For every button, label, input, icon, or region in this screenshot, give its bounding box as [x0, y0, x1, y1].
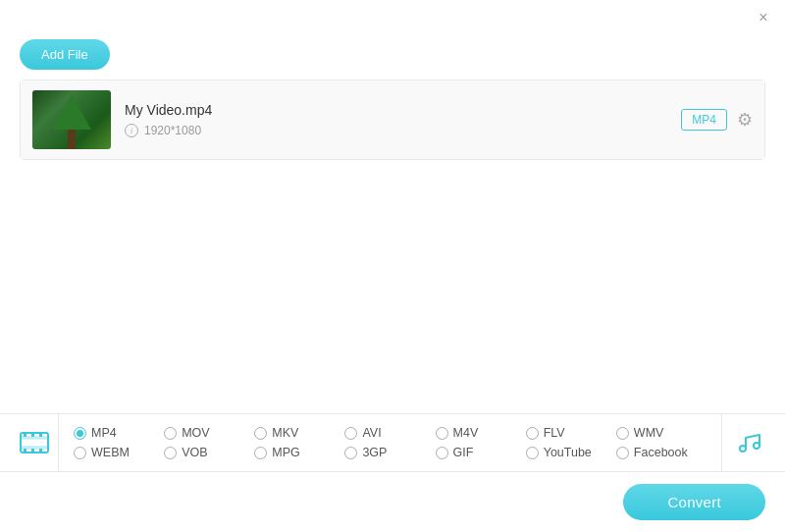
- radio-3gp: [344, 447, 357, 459]
- format-option-avi[interactable]: AVI: [344, 426, 435, 440]
- convert-bar: Convert: [0, 472, 785, 532]
- radio-mkv: [254, 427, 267, 440]
- title-bar: ×: [0, 0, 785, 35]
- add-file-button[interactable]: Add File: [20, 39, 110, 70]
- film-icon-area[interactable]: [10, 414, 59, 471]
- radio-vob: [164, 447, 177, 459]
- file-actions: MP4 ⚙: [681, 109, 753, 131]
- radio-mpg: [254, 447, 267, 459]
- music-icon: [735, 429, 762, 456]
- format-label-facebook: Facebook: [634, 446, 688, 459]
- file-info: My Video.mp4 i 1920*1080: [125, 102, 681, 137]
- format-option-vob[interactable]: VOB: [164, 446, 254, 459]
- format-label-webm: WEBM: [91, 446, 130, 459]
- radio-webm: [74, 447, 86, 459]
- format-label-mpg: MPG: [272, 446, 299, 459]
- video-thumbnail: [32, 90, 111, 149]
- format-badge[interactable]: MP4: [681, 109, 727, 131]
- format-label-mov: MOV: [182, 426, 209, 440]
- radio-facebook: [616, 447, 629, 459]
- format-option-wmv[interactable]: WMV: [616, 426, 706, 440]
- format-option-flv[interactable]: FLV: [526, 426, 616, 440]
- svg-point-10: [754, 443, 759, 449]
- format-label-m4v: M4V: [453, 426, 479, 440]
- file-resolution: 1920*1080: [144, 124, 201, 137]
- radio-m4v: [436, 427, 448, 440]
- svg-rect-6: [24, 449, 26, 452]
- format-label-gif: GIF: [453, 446, 474, 459]
- format-option-mov[interactable]: MOV: [164, 426, 254, 440]
- content-area: [0, 160, 785, 356]
- radio-mov: [164, 427, 177, 440]
- radio-flv: [526, 427, 539, 440]
- format-option-m4v[interactable]: M4V: [436, 426, 526, 440]
- svg-rect-2: [21, 447, 48, 449]
- svg-rect-7: [31, 449, 34, 452]
- svg-rect-3: [24, 433, 26, 437]
- format-options: MP4MOVMKVAVIM4VFLVWMVWEBMVOBMPG3GPGIFYou…: [59, 418, 721, 467]
- file-item: My Video.mp4 i 1920*1080 MP4 ⚙: [21, 80, 764, 159]
- bottom-bar: MP4MOVMKVAVIM4VFLVWMVWEBMVOBMPG3GPGIFYou…: [0, 413, 785, 532]
- format-option-gif[interactable]: GIF: [436, 446, 526, 459]
- svg-point-9: [740, 446, 746, 452]
- music-icon-area[interactable]: [721, 414, 775, 471]
- svg-rect-4: [31, 433, 34, 437]
- format-label-mkv: MKV: [272, 426, 298, 440]
- format-label-wmv: WMV: [634, 426, 664, 440]
- file-name: My Video.mp4: [125, 102, 681, 118]
- svg-rect-1: [21, 437, 48, 439]
- svg-rect-8: [39, 449, 42, 452]
- close-button[interactable]: ×: [754, 8, 773, 27]
- radio-youtube: [526, 447, 539, 459]
- info-icon: i: [125, 124, 138, 137]
- format-label-youtube: YouTube: [544, 446, 592, 459]
- film-icon: [19, 427, 50, 458]
- file-meta: i 1920*1080: [125, 124, 681, 137]
- format-label-mp4: MP4: [91, 426, 117, 440]
- radio-wmv: [616, 427, 629, 440]
- settings-icon[interactable]: ⚙: [737, 109, 753, 131]
- format-option-mp4[interactable]: MP4: [74, 426, 164, 440]
- format-label-avi: AVI: [362, 426, 381, 440]
- format-label-vob: VOB: [182, 446, 207, 459]
- radio-avi: [344, 427, 357, 440]
- svg-rect-5: [39, 433, 42, 437]
- format-option-facebook[interactable]: Facebook: [616, 446, 706, 459]
- format-label-3gp: 3GP: [362, 446, 387, 459]
- radio-gif: [436, 447, 448, 459]
- format-option-3gp[interactable]: 3GP: [344, 446, 435, 459]
- file-list: My Video.mp4 i 1920*1080 MP4 ⚙: [20, 80, 765, 160]
- format-option-mkv[interactable]: MKV: [254, 426, 344, 440]
- format-option-webm[interactable]: WEBM: [74, 446, 164, 459]
- header-area: Add File: [0, 35, 785, 80]
- convert-button[interactable]: Convert: [623, 484, 765, 520]
- format-option-youtube[interactable]: YouTube: [526, 446, 616, 459]
- radio-mp4: [74, 427, 86, 440]
- format-option-mpg[interactable]: MPG: [254, 446, 344, 459]
- format-label-flv: FLV: [544, 426, 565, 440]
- format-bar: MP4MOVMKVAVIM4VFLVWMVWEBMVOBMPG3GPGIFYou…: [0, 414, 785, 472]
